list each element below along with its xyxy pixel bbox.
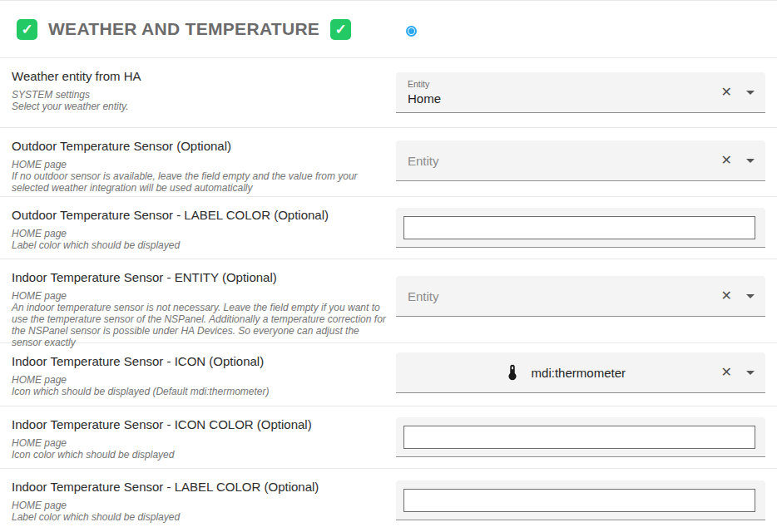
row-subtitle: HOME page — [12, 290, 389, 302]
row-subtitle: HOME page — [12, 374, 389, 386]
row-title: Indoor Temperature Sensor - ICON COLOR (… — [12, 417, 389, 431]
row-subtitle: HOME page — [12, 228, 389, 239]
row-description: Icon color which should be displayed — [12, 449, 389, 461]
row-description: Select your weather entity. — [12, 101, 389, 112]
select-value: mdi:thermometer — [532, 366, 626, 380]
indoor-icon-select[interactable]: mdi:thermometer ✕ — [396, 352, 765, 393]
indoor-label-color-field — [396, 480, 765, 520]
section-radio-selected-icon[interactable] — [406, 26, 417, 37]
row-subtitle: HOME page — [12, 159, 389, 170]
section-checkbox-trailing[interactable]: ✓ — [330, 19, 351, 40]
row-description: Label color which should be displayed — [12, 239, 389, 251]
settings-page: ✓ WEATHER AND TEMPERATURE ✓ Weather enti… — [0, 0, 777, 532]
row-subtitle: SYSTEM settings — [12, 89, 389, 101]
indoor-icon-color-input[interactable] — [403, 426, 755, 449]
row-title: Indoor Temperature Sensor - LABEL COLOR … — [12, 480, 389, 494]
row-title: Indoor Temperature Sensor - ENTITY (Opti… — [12, 270, 389, 284]
row-subtitle: HOME page — [12, 437, 389, 449]
row-title: Weather entity from HA — [12, 69, 389, 83]
row-description: Label color which should be displayed — [12, 511, 389, 523]
outdoor-label-color-field — [396, 208, 765, 248]
row-description: If no outdoor sensor is available, leave… — [12, 170, 389, 194]
thermometer-icon — [503, 363, 522, 382]
select-label: Entity — [408, 79, 721, 89]
row-description: Icon which should be displayed (Default … — [12, 386, 389, 397]
select-placeholder: Entity — [408, 289, 721, 303]
setting-row-indoor-icon-color: Indoor Temperature Sensor - ICON COLOR (… — [0, 406, 777, 469]
section-header: ✓ WEATHER AND TEMPERATURE ✓ — [0, 1, 777, 58]
section-title: WEATHER AND TEMPERATURE — [48, 19, 319, 39]
clear-icon[interactable]: ✕ — [721, 154, 732, 167]
chevron-down-icon[interactable] — [746, 91, 755, 95]
row-subtitle: HOME page — [12, 500, 389, 511]
outdoor-label-color-input[interactable] — [403, 216, 755, 239]
radio-dot — [408, 28, 414, 34]
row-title: Outdoor Temperature Sensor (Optional) — [12, 139, 389, 153]
setting-row-outdoor-label-color: Outdoor Temperature Sensor - LABEL COLOR… — [0, 197, 777, 259]
setting-row-outdoor-sensor: Outdoor Temperature Sensor (Optional) HO… — [0, 128, 777, 197]
row-title: Outdoor Temperature Sensor - LABEL COLOR… — [12, 208, 389, 222]
chevron-down-icon[interactable] — [746, 371, 755, 375]
clear-icon[interactable]: ✕ — [721, 86, 732, 99]
chevron-down-icon[interactable] — [746, 294, 755, 298]
check-icon: ✓ — [335, 21, 347, 38]
setting-row-weather-entity: Weather entity from HA SYSTEM settings S… — [0, 58, 777, 128]
row-title: Indoor Temperature Sensor - ICON (Option… — [12, 354, 389, 368]
select-value: Home — [408, 91, 721, 106]
outdoor-sensor-entity-select[interactable]: Entity ✕ — [396, 140, 765, 181]
chevron-down-icon[interactable] — [746, 159, 755, 163]
clear-icon[interactable]: ✕ — [721, 366, 732, 379]
weather-entity-select[interactable]: Entity Home ✕ — [396, 72, 765, 113]
setting-row-indoor-icon: Indoor Temperature Sensor - ICON (Option… — [0, 343, 777, 406]
indoor-sensor-entity-select[interactable]: Entity ✕ — [396, 276, 765, 317]
indoor-icon-color-field — [396, 417, 765, 457]
clear-icon[interactable]: ✕ — [721, 289, 732, 303]
row-description: An indoor temperature sensor is not nece… — [12, 302, 389, 348]
section-checkbox-leading[interactable]: ✓ — [17, 19, 37, 40]
setting-row-indoor-entity: Indoor Temperature Sensor - ENTITY (Opti… — [0, 259, 777, 343]
indoor-label-color-input[interactable] — [403, 489, 755, 512]
setting-row-indoor-label-color: Indoor Temperature Sensor - LABEL COLOR … — [0, 469, 777, 532]
select-placeholder: Entity — [408, 154, 721, 168]
check-icon: ✓ — [21, 21, 32, 38]
